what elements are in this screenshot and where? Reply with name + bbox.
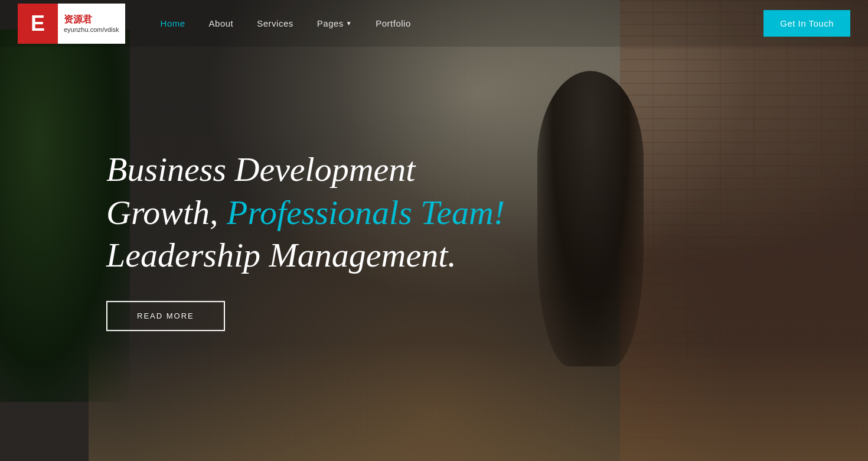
hero-line2-accent: Professionals Team! [227, 193, 505, 232]
logo-text: 资源君 eyunzhu.com/vdisk [58, 4, 125, 44]
nav-about[interactable]: About [209, 18, 234, 28]
logo-chinese: 资源君 [64, 14, 119, 26]
logo[interactable]: E 资源君 eyunzhu.com/vdisk [18, 4, 125, 44]
nav-portfolio[interactable]: Portfolio [376, 18, 411, 28]
hero-content: Business Development Growth, Professiona… [106, 148, 505, 331]
logo-letter: E [31, 13, 45, 34]
hero-section: E 资源君 eyunzhu.com/vdisk Home About Servi… [0, 0, 868, 461]
hero-title: Business Development Growth, Professiona… [106, 148, 505, 277]
navbar: E 资源君 eyunzhu.com/vdisk Home About Servi… [0, 0, 868, 47]
hero-line1: Business Development [106, 150, 415, 189]
person-silhouette [537, 71, 644, 366]
nav-pages-label: Pages [317, 18, 344, 28]
nav-pages[interactable]: Pages ▼ [317, 18, 352, 28]
cta-button[interactable]: Get In Touch [763, 10, 850, 37]
logo-url: eyunzhu.com/vdisk [64, 26, 119, 33]
nav-home[interactable]: Home [161, 18, 185, 28]
hero-line2-normal: Growth, [106, 193, 227, 232]
chevron-down-icon: ▼ [346, 20, 352, 27]
nav-services[interactable]: Services [257, 18, 293, 28]
logo-box: E [18, 4, 58, 44]
nav-links: Home About Services Pages ▼ Portfolio [161, 18, 764, 28]
read-more-button[interactable]: READ MORE [106, 301, 225, 331]
hero-line3: Leadership Management. [106, 236, 456, 274]
